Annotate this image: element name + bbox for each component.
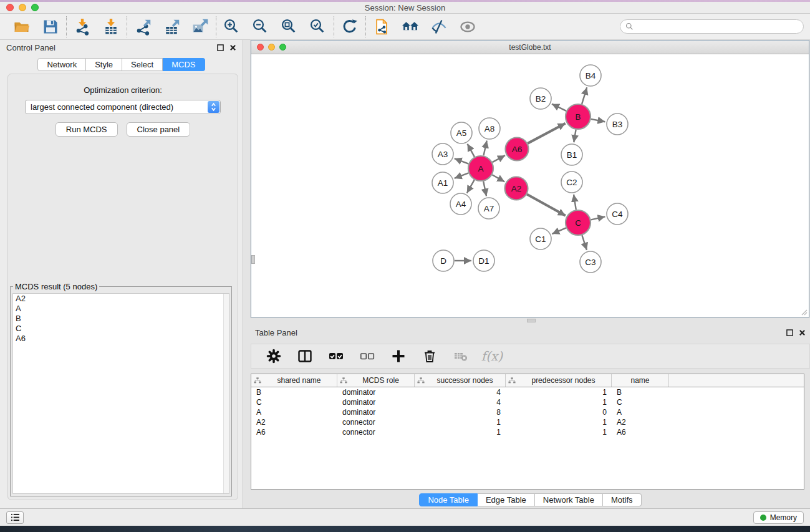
edge-C-C4[interactable] xyxy=(591,216,605,220)
tab-motifs[interactable]: Motifs xyxy=(603,493,642,506)
mcds-result-item[interactable]: B xyxy=(13,314,229,324)
table-cell[interactable]: dominator xyxy=(337,397,415,407)
table-cell[interactable]: 1 xyxy=(506,387,612,397)
tab-select[interactable]: Select xyxy=(122,58,163,71)
deselect-all-button[interactable] xyxy=(357,346,377,366)
optimization-criterion-select[interactable]: largest connected component (directed) xyxy=(25,100,221,114)
edge-B-B2[interactable] xyxy=(552,104,566,111)
edge-C-C3[interactable] xyxy=(582,235,587,250)
zoom-in-button[interactable] xyxy=(222,17,242,37)
tab-mcds[interactable]: MCDS xyxy=(163,58,205,71)
table-cell[interactable]: B xyxy=(251,387,337,397)
edge-A-A2[interactable] xyxy=(492,175,504,181)
table-cell[interactable]: 4 xyxy=(415,387,506,397)
column-header-shared-name[interactable]: shared name xyxy=(251,374,337,387)
edge-C-C1[interactable] xyxy=(552,228,566,234)
tab-edge-table[interactable]: Edge Table xyxy=(478,493,535,506)
search-input[interactable] xyxy=(637,22,798,31)
table-cell[interactable]: connector xyxy=(337,417,415,427)
zoom-fit-button[interactable] xyxy=(279,17,299,37)
search-field[interactable] xyxy=(620,19,804,34)
add-column-button[interactable] xyxy=(388,346,408,366)
table-cell[interactable]: C xyxy=(251,397,337,407)
hide-selected-button[interactable] xyxy=(429,17,449,37)
table-cell[interactable]: 1 xyxy=(506,427,612,437)
float-table-panel-button[interactable] xyxy=(786,329,793,336)
mcds-result-list[interactable]: A2ABCA6 xyxy=(12,293,229,494)
table-cell[interactable]: dominator xyxy=(337,407,415,417)
mcds-result-item[interactable]: C xyxy=(13,324,229,334)
mcds-result-item[interactable]: A6 xyxy=(13,334,229,344)
edge-B-B3[interactable] xyxy=(591,119,605,122)
edge-B-B1[interactable] xyxy=(574,130,576,143)
delete-column-button[interactable] xyxy=(420,346,440,366)
table-cell[interactable]: 1 xyxy=(415,417,506,427)
table-cell[interactable]: B xyxy=(612,387,669,397)
table-cell[interactable]: A6 xyxy=(612,427,669,437)
column-header-MCDS-role[interactable]: MCDS role xyxy=(337,374,415,387)
network-canvas[interactable]: B4B2BB3B1A6A5A8A3AA1A2C2A4A7C4CC1DD1C3 xyxy=(251,54,809,317)
new-network-from-file-button[interactable] xyxy=(372,17,392,37)
table-cell[interactable]: 1 xyxy=(506,397,612,407)
network-horizontal-scrollbar[interactable] xyxy=(527,319,536,322)
edge-A2-C[interactable] xyxy=(527,194,566,215)
table-cell[interactable]: dominator xyxy=(337,387,415,397)
table-cell[interactable]: A2 xyxy=(251,417,337,427)
export-table-button[interactable] xyxy=(162,17,181,37)
edge-A-A1[interactable] xyxy=(455,173,469,178)
open-session-button[interactable] xyxy=(12,17,32,37)
zoom-out-button[interactable] xyxy=(251,17,271,37)
mcds-result-item[interactable]: A xyxy=(13,304,229,314)
import-table-button[interactable] xyxy=(101,17,121,37)
edge-A-A7[interactable] xyxy=(483,181,486,196)
table-cell[interactable]: 8 xyxy=(415,407,506,417)
mcds-result-item[interactable]: A2 xyxy=(13,294,229,304)
table-cell[interactable]: A xyxy=(612,407,669,417)
edge-A-A6[interactable] xyxy=(493,155,506,162)
table-cell[interactable]: 0 xyxy=(506,407,612,417)
memory-button[interactable]: Memory xyxy=(753,511,804,524)
run-mcds-button[interactable]: Run MCDS xyxy=(55,122,118,137)
close-table-panel-button[interactable] xyxy=(799,329,806,336)
edge-A-A5[interactable] xyxy=(468,144,475,157)
float-panel-button[interactable] xyxy=(217,44,224,51)
export-image-button[interactable] xyxy=(190,17,210,37)
first-neighbors-button[interactable] xyxy=(400,17,420,37)
save-session-button[interactable] xyxy=(41,17,60,37)
table-cell[interactable]: A6 xyxy=(251,427,337,437)
result-scrollbar[interactable] xyxy=(223,294,229,493)
edge-A-A3[interactable] xyxy=(455,158,469,164)
table-cell[interactable]: 4 xyxy=(415,397,506,407)
edge-A6-B[interactable] xyxy=(528,123,565,143)
tab-network[interactable]: Network xyxy=(37,58,86,71)
task-history-button[interactable] xyxy=(6,511,24,524)
column-header-predecessor-nodes[interactable]: predecessor nodes xyxy=(506,374,612,387)
edge-C-C2[interactable] xyxy=(574,195,576,210)
function-builder-button[interactable]: f(x) xyxy=(482,346,502,366)
tab-network-table[interactable]: Network Table xyxy=(535,493,603,506)
resize-grip-icon[interactable] xyxy=(800,308,808,316)
import-network-button[interactable] xyxy=(72,17,92,37)
table-cell[interactable]: 1 xyxy=(415,427,506,437)
table-cell[interactable]: A2 xyxy=(612,417,669,427)
select-all-button[interactable] xyxy=(326,346,346,366)
close-panel-action-button[interactable]: Close panel xyxy=(127,122,191,137)
column-header-name[interactable]: name xyxy=(612,374,669,387)
tab-node-table[interactable]: Node Table xyxy=(419,493,478,506)
gear-button[interactable] xyxy=(264,346,284,366)
delete-table-button[interactable] xyxy=(451,346,471,366)
edge-A-A4[interactable] xyxy=(467,180,475,193)
table-cell[interactable]: 1 xyxy=(506,417,612,427)
edge-B-B4[interactable] xyxy=(582,87,587,104)
table-cell[interactable]: connector xyxy=(337,427,415,437)
table-cell[interactable]: C xyxy=(612,397,669,407)
zoom-selected-button[interactable] xyxy=(308,17,328,37)
refresh-button[interactable] xyxy=(340,17,360,37)
column-header-successor-nodes[interactable]: successor nodes xyxy=(415,374,506,387)
close-panel-button[interactable] xyxy=(229,44,236,51)
edge-A-A8[interactable] xyxy=(483,141,486,156)
split-panel-button[interactable] xyxy=(295,346,315,366)
tab-style[interactable]: Style xyxy=(86,58,122,71)
show-all-button[interactable] xyxy=(458,17,478,37)
export-network-button[interactable] xyxy=(133,17,153,37)
